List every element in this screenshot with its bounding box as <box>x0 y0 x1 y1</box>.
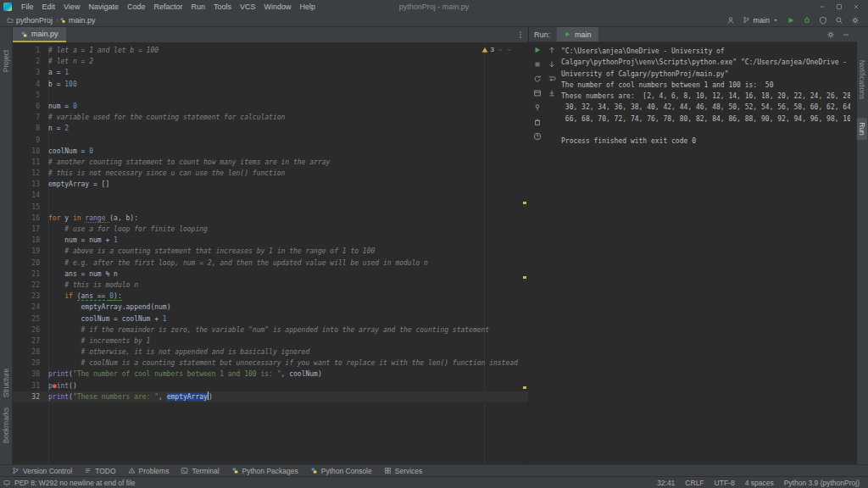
line-number[interactable]: 17 <box>13 224 48 235</box>
prev-issue-icon[interactable] <box>497 47 504 53</box>
code-line[interactable]: 30print("The number of cool numbers betw… <box>13 369 528 380</box>
code-line[interactable]: 8n = 2 <box>13 123 528 134</box>
rerun-icon[interactable] <box>533 46 542 54</box>
code-line[interactable]: 4b = 100 <box>13 79 528 90</box>
line-number[interactable]: 9 <box>13 135 48 146</box>
toolwindow-button-version-control[interactable]: Version Control <box>12 467 72 475</box>
code-line[interactable]: 21 ans = num % n <box>13 269 528 280</box>
toolwindow-stripe-bookmarks[interactable]: Bookmarks <box>2 408 10 444</box>
line-number[interactable]: 26 <box>13 324 48 336</box>
scrollbar-mark[interactable] <box>523 386 526 389</box>
menu-window[interactable]: Window <box>260 2 296 12</box>
pin-icon[interactable] <box>533 103 542 112</box>
help-icon[interactable] <box>533 132 542 141</box>
code-line[interactable]: 3a = 1 <box>13 67 528 78</box>
line-number[interactable]: 6 <box>13 101 48 112</box>
down-icon[interactable] <box>548 60 556 69</box>
menu-edit[interactable]: Edit <box>38 2 60 12</box>
code-line[interactable]: 6num = 0 <box>13 101 528 112</box>
debug-button[interactable] <box>803 16 811 25</box>
restart-icon[interactable] <box>533 75 542 83</box>
code-line[interactable]: 26 # if the remainder is zero, the varia… <box>13 324 528 336</box>
line-number[interactable]: 30 <box>13 369 48 380</box>
up-icon[interactable] <box>548 46 556 54</box>
code-line[interactable]: 5 <box>13 90 528 101</box>
toolwindow-stripe-run[interactable]: Run <box>857 118 867 140</box>
line-number[interactable]: 7 <box>13 112 48 123</box>
line-number[interactable]: 22 <box>13 280 48 291</box>
menu-run[interactable]: Run <box>186 2 209 12</box>
line-number[interactable]: 19 <box>13 246 48 257</box>
toolwindow-button-problems[interactable]: Problems <box>128 467 170 475</box>
softwrap-icon[interactable] <box>548 75 556 83</box>
code-line[interactable]: 22 # this is modulo n <box>13 280 528 291</box>
code-line[interactable]: 9 <box>13 135 528 146</box>
menu-help[interactable]: Help <box>296 2 320 12</box>
code-line[interactable]: 19 # above is a counting statement that … <box>13 246 528 257</box>
menu-tools[interactable]: Tools <box>209 2 236 12</box>
code-line[interactable]: 12# this is not necessary since u can us… <box>13 168 528 179</box>
minimize-button[interactable] <box>815 2 829 12</box>
settings-button[interactable] <box>851 16 860 25</box>
code-line[interactable]: 2# let n = 2 <box>13 56 528 67</box>
close-button[interactable] <box>849 2 863 12</box>
menu-view[interactable]: View <box>59 2 84 12</box>
line-number[interactable]: 32 <box>13 391 48 402</box>
line-number[interactable]: 16 <box>13 213 48 224</box>
code-editor[interactable]: 1# let a = 1 and let b = 1002# let n = 2… <box>13 42 528 464</box>
code-line[interactable]: 20 # e.g. after the first loop, num = 2,… <box>13 258 528 269</box>
line-number[interactable]: 24 <box>13 302 48 313</box>
editor-tab-main-py[interactable]: main.py <box>13 27 66 42</box>
line-number[interactable]: 20 <box>13 258 48 269</box>
code-line[interactable]: 15 <box>13 202 528 213</box>
line-number[interactable]: 21 <box>13 269 48 280</box>
stop-icon[interactable] <box>533 60 542 69</box>
code-line[interactable]: 18 num = num + 1 <box>13 235 528 246</box>
toolwindow-stripe-notifications[interactable]: Notifications <box>858 60 866 99</box>
hide-toolwindow-icon[interactable] <box>842 30 850 39</box>
tab-options-icon[interactable] <box>516 30 525 39</box>
code-line[interactable]: 17 # use a for loop for finite looping <box>13 224 528 235</box>
code-line[interactable]: 29 # coolNum is a counting statement but… <box>13 358 528 369</box>
line-ending[interactable]: CRLF <box>685 479 704 487</box>
toolwindow-button-python-packages[interactable]: Python Packages <box>231 467 298 475</box>
code-line[interactable]: 16for y in range (a, b): <box>13 213 528 224</box>
line-number[interactable]: 8 <box>13 123 48 134</box>
coverage-button[interactable] <box>819 16 827 25</box>
maximize-button[interactable] <box>832 2 846 12</box>
run-button[interactable] <box>787 16 795 25</box>
toolwindow-stripe-structure[interactable]: Structure <box>2 369 10 398</box>
code-line[interactable]: 11# another counting statement to count … <box>13 157 528 168</box>
inspections-widget[interactable]: 3 <box>481 46 513 53</box>
code-line[interactable]: 24 emptyArray.append(num) <box>13 302 528 313</box>
line-number[interactable]: 2 <box>13 56 48 67</box>
breadcrumb-project[interactable]: pythonProj <box>14 16 55 25</box>
menu-refactor[interactable]: Refactor <box>149 2 186 12</box>
code-line[interactable]: 14 <box>13 190 528 201</box>
code-line[interactable]: 23 if (ans == 0): <box>13 291 528 302</box>
scroll-end-icon[interactable] <box>548 89 556 97</box>
breadcrumb-file[interactable]: main.py <box>66 16 98 25</box>
line-number[interactable]: 31 <box>13 380 48 391</box>
line-number[interactable]: 10 <box>13 146 48 157</box>
line-number[interactable]: 23 <box>13 291 48 302</box>
scrollbar-mark[interactable] <box>523 276 526 279</box>
code-line[interactable]: 7# variable used for the counting statem… <box>13 112 528 123</box>
line-number[interactable]: 5 <box>13 90 48 101</box>
layout-icon[interactable] <box>533 89 542 97</box>
line-number[interactable]: 1 <box>13 45 48 56</box>
line-number[interactable]: 28 <box>13 347 48 358</box>
indent-style[interactable]: 4 spaces <box>745 479 774 487</box>
code-line[interactable]: 28 # otherwise, it is not appended and i… <box>13 347 528 358</box>
line-number[interactable]: 4 <box>13 79 48 90</box>
code-line[interactable]: 32print("These numbers are: ", emptyArra… <box>13 391 528 402</box>
menu-vcs[interactable]: VCS <box>236 2 260 12</box>
menu-code[interactable]: Code <box>123 2 150 12</box>
scrollbar-mark[interactable] <box>523 202 526 204</box>
line-number[interactable]: 27 <box>13 336 48 347</box>
line-number[interactable]: 13 <box>13 179 48 190</box>
run-console[interactable]: "C:\Users\anjea\OneDrive - University of… <box>561 42 850 464</box>
toolwindow-button-terminal[interactable]: Terminal <box>181 467 219 475</box>
toolwindow-button-services[interactable]: Services <box>384 467 423 475</box>
run-settings-icon[interactable] <box>826 30 835 39</box>
